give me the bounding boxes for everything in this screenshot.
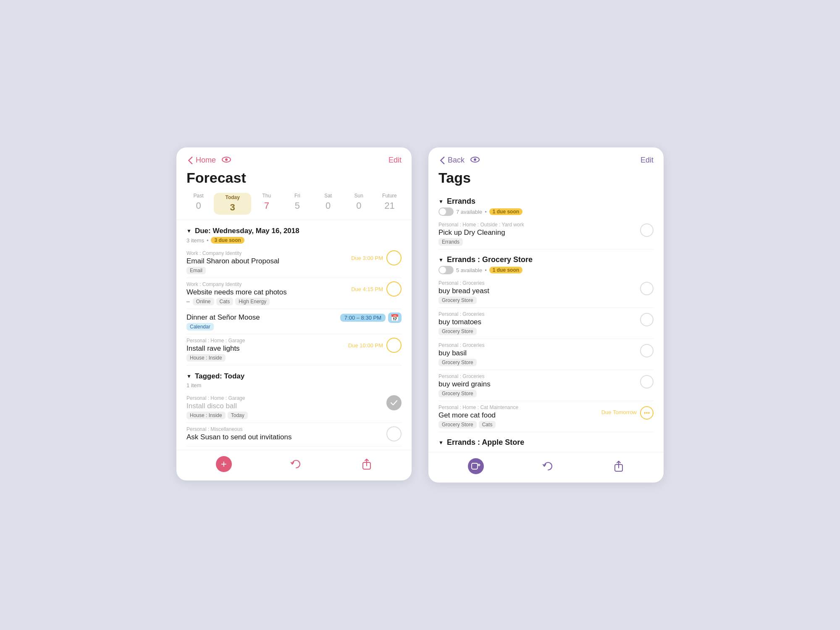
complete-button-cat-food[interactable]: •••	[640, 406, 654, 420]
forecast-screen: Home Edit Forecast Past 0 Today 3 Thu 7	[176, 147, 412, 480]
cal-day-sun[interactable]: Sun 0	[344, 193, 374, 211]
tag-house-inside-2[interactable]: House : Inside	[186, 412, 226, 419]
triangle-icon: ▼	[186, 228, 192, 234]
errands-badge: 1 due soon	[489, 208, 522, 215]
tag-grocery-store-4[interactable]: Grocery Store	[438, 390, 477, 397]
tag-calendar[interactable]: Calendar	[186, 323, 214, 331]
task-list: ▼ Due: Wednesday, May 16, 2018 3 items •…	[176, 220, 412, 446]
cal-day-today[interactable]: Today 3	[214, 193, 251, 215]
cal-day-future[interactable]: Future 21	[374, 193, 405, 211]
tags-task-list: ▼ Errands 7 available • 1 due soon Perso…	[428, 191, 664, 449]
grocery-toggle[interactable]	[438, 266, 454, 274]
tag-cats[interactable]: Cats	[216, 298, 234, 305]
due-soon-badge: 3 due soon	[211, 237, 244, 244]
tag-high-energy[interactable]: High Energy	[235, 298, 270, 305]
triangle-icon-2: ▼	[186, 373, 192, 379]
tag-grocery-store-2[interactable]: Grocery Store	[438, 328, 477, 335]
tag-grocery-store-3[interactable]: Grocery Store	[438, 359, 477, 366]
apple-section-header: ▼ Errands : Apple Store	[438, 432, 654, 449]
complete-button-bread[interactable]	[640, 282, 654, 295]
task-email-sharon: Work : Company Identity Email Sharon abo…	[186, 247, 402, 278]
errands-toggle[interactable]	[438, 207, 454, 216]
grocery-section-header: ▼ Errands : Grocery Store	[438, 249, 654, 266]
complete-button-rave[interactable]	[386, 338, 402, 353]
tag-today[interactable]: Today	[228, 412, 248, 419]
complete-button-tomatoes[interactable]	[640, 313, 654, 326]
task-cat-photos: Work : Company Identity Website needs mo…	[186, 278, 402, 309]
svg-rect-5	[472, 463, 478, 469]
task-weird-grains: Personal : Groceries buy weird grains Gr…	[438, 370, 654, 401]
task-rave-lights: Personal : Home : Garage Install rave li…	[186, 334, 402, 365]
grocery-badge: 1 due soon	[489, 267, 522, 273]
edit-button[interactable]: Edit	[388, 156, 402, 165]
back-tags-button[interactable]: Back	[438, 156, 465, 165]
svg-point-1	[225, 158, 228, 161]
edit-tags-button[interactable]: Edit	[640, 156, 654, 165]
chevron-left-purple-icon	[438, 157, 446, 164]
tagged-section-header: ▼ Tagged: Today	[186, 365, 402, 382]
forecast-header: Home Edit	[176, 147, 412, 168]
tag-email[interactable]: Email	[186, 267, 206, 274]
complete-button-basil[interactable]	[640, 344, 654, 357]
task-dinner: Dinner at Señor Moose Calendar 7:00 – 8:…	[186, 309, 402, 334]
errands-section-header: ▼ Errands	[438, 191, 654, 207]
complete-button-dry-cleaning[interactable]	[640, 223, 654, 237]
screens-container: Home Edit Forecast Past 0 Today 3 Thu 7	[176, 147, 664, 483]
tags-header: Back Edit	[428, 147, 664, 168]
complete-button-website[interactable]	[386, 281, 402, 297]
complete-button-disco[interactable]	[386, 395, 402, 410]
task-ask-susan: Personal : Miscellaneous Ask Susan to se…	[186, 423, 402, 446]
task-cat-food: Personal : Home : Cat Maintenance Get mo…	[438, 401, 654, 432]
back-label-tags: Back	[448, 156, 465, 165]
task-bread-yeast: Personal : Groceries buy bread yeast Gro…	[438, 277, 654, 308]
share-tags-button[interactable]	[613, 460, 624, 472]
tags-title: Tags	[428, 168, 664, 191]
complete-button-susan[interactable]	[386, 426, 402, 441]
tags-screen: Back Edit Tags ▼ Errands 7 available • 1…	[428, 147, 664, 483]
complete-button-grains[interactable]	[640, 375, 654, 388]
undo-tags-button[interactable]	[542, 461, 555, 471]
cal-day-thu[interactable]: Thu 7	[251, 193, 282, 211]
task-disco-ball: Personal : Home : Garage Install disco b…	[186, 392, 402, 423]
task-basil: Personal : Groceries buy basil Grocery S…	[438, 339, 654, 370]
task-dry-cleaning: Personal : Home : Outside : Yard work Pi…	[438, 218, 654, 249]
tagged-section-meta: 1 item	[186, 382, 402, 392]
back-label: Home	[196, 156, 216, 165]
tag-cats-2[interactable]: Cats	[479, 421, 496, 428]
tag-online[interactable]: Online	[193, 298, 214, 305]
task-tomatoes: Personal : Groceries buy tomatoes Grocer…	[438, 308, 654, 339]
grocery-meta: 5 available • 1 due soon	[438, 266, 654, 277]
visibility-purple-icon[interactable]	[470, 157, 480, 164]
svg-point-4	[474, 158, 476, 161]
tags-toolbar	[428, 452, 664, 483]
tag-house-inside[interactable]: House : Inside	[186, 354, 226, 362]
cal-day-fri[interactable]: Fri 5	[282, 193, 312, 211]
add-task-button[interactable]: +	[216, 456, 232, 472]
calendar-row: Past 0 Today 3 Thu 7 Fri 5 Sat 0 Sun 0	[176, 191, 412, 220]
errands-meta: 7 available • 1 due soon	[438, 207, 654, 218]
due-section-header: ▼ Due: Wednesday, May 16, 2018	[186, 220, 402, 237]
forecast-toolbar: +	[176, 450, 412, 480]
undo-button[interactable]	[290, 459, 303, 469]
due-tomorrow-label: Due Tomorrow	[601, 409, 637, 415]
tagged-section-title: Tagged: Today	[195, 372, 244, 381]
tag-grocery-store-5[interactable]: Grocery Store	[438, 421, 477, 428]
calendar-time: 7:00 – 8:30 PM	[340, 314, 386, 322]
tag-errands[interactable]: Errands	[438, 238, 463, 246]
forecast-title: Forecast	[176, 168, 412, 191]
calendar-icon[interactable]: 📅	[388, 312, 402, 323]
back-home-button[interactable]: Home	[186, 156, 216, 165]
cal-day-past[interactable]: Past 0	[183, 193, 214, 211]
cal-day-sat[interactable]: Sat 0	[313, 193, 344, 211]
due-section-meta: 3 items • 3 due soon	[186, 237, 402, 247]
add-tag-button[interactable]	[468, 458, 484, 474]
due-section-title: Due: Wednesday, May 16, 2018	[195, 227, 299, 235]
tag-grocery-store-1[interactable]: Grocery Store	[438, 297, 477, 304]
visibility-icon[interactable]	[222, 157, 231, 164]
complete-button-email[interactable]	[386, 250, 402, 265]
chevron-left-icon	[186, 157, 194, 164]
share-button[interactable]	[361, 458, 372, 470]
